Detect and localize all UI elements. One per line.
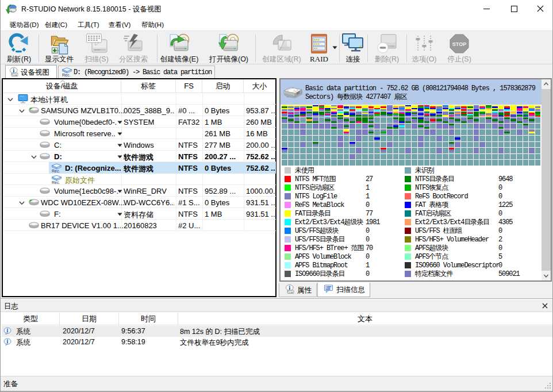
svg-text:Rec.: Rec. <box>52 180 60 185</box>
svg-text:Rec.: Rec. <box>52 169 60 173</box>
svg-text:STOP: STOP <box>452 41 466 47</box>
svg-text:Rec.: Rec. <box>62 73 70 77</box>
